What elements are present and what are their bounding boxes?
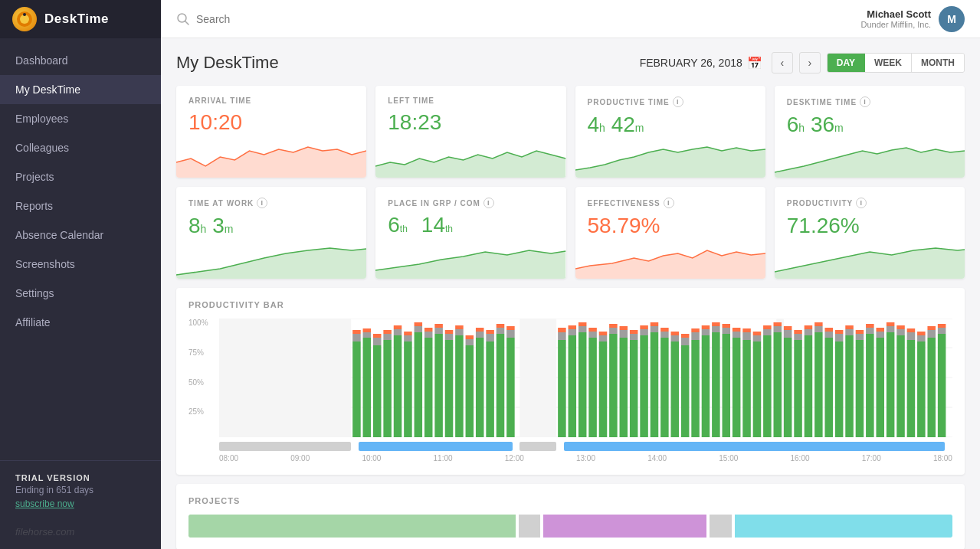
svg-marker-9 [176, 248, 366, 279]
sidebar: DeskTime Dashboard My DeskTime Employees… [0, 0, 161, 549]
stat-productive-time: PRODUCTIVE TIME i 4h 42m [575, 86, 765, 178]
trial-ending: Ending in 651 days [15, 485, 146, 495]
svg-rect-89 [620, 326, 628, 330]
svg-rect-146 [814, 322, 823, 326]
productivity-info-icon[interactable]: i [856, 198, 867, 208]
svg-rect-128 [753, 332, 762, 335]
sidebar-item-settings[interactable]: Settings [0, 279, 161, 308]
svg-rect-86 [609, 324, 618, 328]
svg-rect-103 [671, 335, 680, 341]
svg-rect-26 [373, 345, 382, 437]
sidebar-item-affiliate[interactable]: Affiliate [0, 308, 161, 337]
sidebar-item-screenshots[interactable]: Screenshots [0, 250, 161, 279]
svg-rect-90 [630, 340, 638, 437]
svg-rect-36 [404, 335, 412, 341]
stat-place-label: PLACE IN GRP / COM i [388, 198, 553, 208]
svg-rect-79 [588, 332, 597, 338]
svg-rect-168 [896, 335, 905, 437]
svg-rect-132 [773, 332, 782, 437]
time-label-08: 08:00 [219, 454, 238, 462]
sidebar-item-absence-calendar[interactable]: Absence Calendar [0, 221, 161, 250]
desktime-info-icon[interactable]: i [860, 96, 870, 107]
svg-rect-91 [630, 334, 638, 340]
svg-rect-43 [424, 328, 433, 332]
svg-rect-105 [681, 345, 690, 437]
svg-rect-182 [938, 324, 946, 328]
svg-rect-62 [497, 334, 505, 437]
trial-label: TRIAL VERSION [15, 473, 146, 482]
svg-rect-112 [702, 329, 710, 335]
svg-rect-107 [681, 334, 690, 338]
svg-point-2 [23, 13, 26, 16]
stat-productive-value: 4h 42m [588, 112, 753, 138]
svg-rect-85 [609, 328, 618, 334]
productive-info-icon[interactable]: i [673, 96, 683, 107]
svg-rect-97 [651, 326, 659, 332]
stat-left-time: LEFT TIME 18:23 [375, 86, 565, 178]
sidebar-item-reports[interactable]: Reports [0, 191, 161, 221]
svg-rect-119 [723, 324, 731, 328]
svg-rect-56 [476, 338, 484, 437]
stat-time-at-work-label: TIME AT WORK i [188, 198, 354, 208]
svg-rect-114 [712, 332, 720, 437]
stat-time-at-work-value: 8h 3m [188, 213, 354, 239]
time-label-16: 16:00 [791, 454, 810, 462]
sidebar-item-employees[interactable]: Employees [0, 104, 161, 133]
svg-rect-176 [917, 332, 926, 335]
calendar-icon[interactable]: 📅 [747, 56, 762, 70]
svg-rect-80 [588, 328, 597, 332]
svg-rect-33 [394, 329, 402, 335]
productivity-mini-chart [775, 237, 965, 279]
svg-rect-115 [712, 326, 720, 332]
place-info-icon[interactable]: i [483, 198, 494, 208]
svg-rect-40 [415, 322, 423, 326]
svg-rect-166 [887, 326, 895, 332]
effectiveness-info-icon[interactable]: i [664, 198, 674, 208]
svg-rect-60 [486, 334, 494, 341]
period-month[interactable]: MONTH [912, 54, 964, 72]
time-label-11: 11:00 [434, 454, 453, 462]
search-area [176, 12, 334, 26]
svg-rect-25 [363, 328, 372, 332]
sidebar-item-dashboard[interactable]: Dashboard [0, 46, 161, 75]
svg-rect-149 [824, 328, 833, 332]
stats-row-1: ARRIVAL TIME 10:20 LEFT TIME 18:23 [176, 86, 965, 178]
sidebar-item-colleagues[interactable]: Colleagues [0, 133, 161, 162]
svg-rect-139 [794, 334, 802, 340]
avatar: M [939, 6, 965, 32]
svg-rect-151 [835, 334, 844, 341]
content-area: My DeskTime FEBRUARY 26, 2018 📅 ‹ › DAY … [161, 38, 980, 549]
y-label-75: 75% [188, 348, 219, 357]
search-icon [176, 12, 190, 26]
svg-rect-68 [519, 319, 556, 437]
svg-rect-69 [558, 340, 566, 437]
place-chart [375, 237, 565, 279]
sidebar-item-my-desktime[interactable]: My DeskTime [0, 75, 161, 104]
sidebar-item-projects[interactable]: Projects [0, 162, 161, 191]
svg-rect-171 [907, 340, 916, 437]
svg-rect-101 [660, 328, 669, 332]
subscribe-link[interactable]: subscribe now [15, 498, 146, 509]
svg-rect-18 [219, 319, 351, 437]
search-input[interactable] [196, 13, 334, 25]
svg-rect-124 [742, 332, 751, 340]
effectiveness-chart [575, 237, 765, 279]
svg-rect-106 [681, 338, 690, 345]
bar-chart-area: 100% 75% 50% 25% [188, 319, 952, 462]
svg-rect-120 [733, 338, 741, 437]
svg-rect-77 [578, 322, 587, 326]
svg-rect-134 [773, 322, 782, 326]
svg-rect-158 [856, 330, 864, 334]
svg-rect-140 [794, 330, 802, 334]
period-day[interactable]: DAY [828, 54, 865, 72]
next-arrow[interactable]: › [799, 52, 821, 74]
svg-rect-32 [394, 335, 402, 437]
svg-rect-172 [907, 332, 916, 340]
svg-rect-156 [856, 340, 864, 437]
svg-rect-109 [691, 332, 700, 340]
prev-arrow[interactable]: ‹ [772, 52, 793, 74]
time-at-work-info-icon[interactable]: i [257, 198, 267, 208]
svg-rect-147 [824, 338, 833, 437]
stat-arrival-value: 10:20 [188, 109, 354, 136]
period-week[interactable]: WEEK [865, 54, 912, 72]
